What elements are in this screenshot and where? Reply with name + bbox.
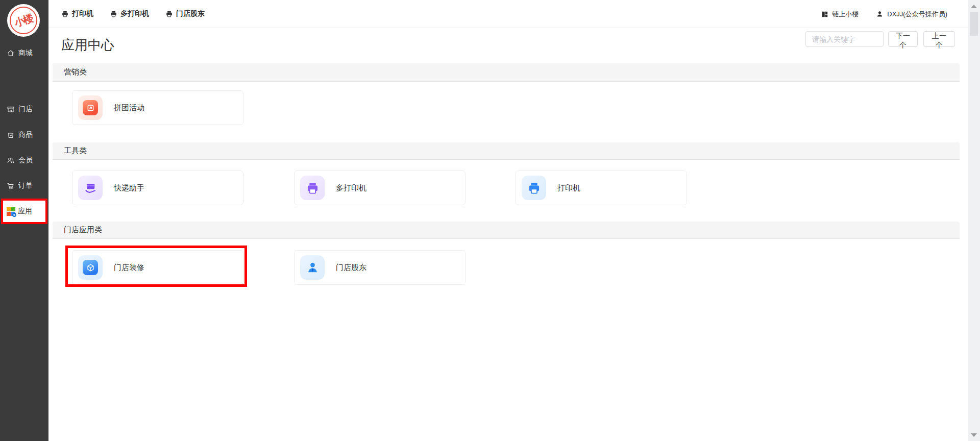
app-card-label: 打印机 — [557, 183, 580, 193]
tab-label: 门店股东 — [176, 9, 205, 18]
express-helper-icon — [78, 176, 103, 200]
workspace-label: 链上小楼 — [832, 10, 859, 19]
app-card-label: 快递助手 — [114, 183, 144, 193]
printer-app-icon — [522, 176, 546, 200]
sidebar-item-label: 订单 — [18, 181, 33, 190]
app-card-label: 拼团活动 — [114, 103, 144, 113]
sidebar-item-goods[interactable]: 商品 — [7, 130, 33, 139]
keyword-search-input[interactable] — [805, 31, 884, 47]
members-icon — [7, 156, 15, 164]
scroll-up-arrow-icon[interactable] — [968, 1, 980, 11]
home-icon — [7, 49, 15, 57]
section-header-tools: 工具类 — [53, 142, 960, 160]
topbar-tabs: 打印机 多打印机 门店股东 — [48, 9, 205, 18]
brand-logo-text: 小楼 — [13, 11, 35, 30]
app-root: 小楼 商城 门店 商品 会员 订单 应用 — [0, 0, 980, 441]
multi-printer-icon — [300, 176, 325, 200]
sidebar-item-label: 商城 — [18, 48, 33, 58]
app-card-label: 多打印机 — [336, 183, 366, 193]
tab-label: 多打印机 — [120, 9, 149, 18]
section-header-marketing: 营销类 — [53, 63, 960, 82]
sidebar-item-members[interactable]: 会员 — [7, 156, 33, 165]
sidebar-item-apps[interactable]: 应用 — [1, 199, 47, 224]
app-card-groupbuy[interactable]: 拼团活动 — [72, 90, 243, 125]
sidebar-item-store[interactable]: 门店 — [7, 105, 33, 114]
user-label: DXJJ(公众号操作员) — [887, 10, 947, 19]
app-card-label: 门店股东 — [336, 263, 366, 273]
topbar: 打印机 多打印机 门店股东 链上小楼 DXJJ(公众号操作员) — [48, 0, 968, 28]
tab-printer[interactable]: 打印机 — [61, 9, 93, 18]
sidebar-item-label: 应用 — [18, 207, 32, 216]
app-card-store-shareholder[interactable]: 门店股东 — [294, 250, 465, 285]
section-title: 工具类 — [64, 146, 87, 156]
scrollbar[interactable] — [968, 0, 980, 441]
section-title: 门店应用类 — [64, 225, 102, 235]
apps-grid-icon — [7, 207, 15, 216]
app-card-printer[interactable]: 打印机 — [516, 170, 687, 205]
groupbuy-icon — [78, 95, 103, 120]
section-title: 营销类 — [64, 67, 87, 77]
app-card-label: 门店装修 — [114, 263, 144, 273]
user-icon — [876, 10, 884, 18]
sidebar-item-label: 商品 — [18, 130, 33, 139]
sidebar-item-orders[interactable]: 订单 — [7, 181, 33, 190]
printer-icon — [165, 10, 173, 18]
sidebar-item-label: 门店 — [18, 105, 33, 114]
workspace-switcher[interactable]: 链上小楼 — [821, 10, 859, 19]
cart-icon — [7, 182, 15, 190]
printer-icon — [61, 10, 69, 18]
store-decoration-icon — [78, 255, 103, 280]
tab-multi-printer[interactable]: 多打印机 — [110, 9, 149, 18]
printer-icon — [110, 10, 117, 18]
brand-logo: 小楼 — [7, 4, 40, 37]
page-title: 应用中心 — [61, 36, 114, 54]
next-button[interactable]: 下一个 — [888, 31, 918, 47]
prev-button[interactable]: 上一个 — [923, 31, 955, 47]
storefront-icon — [7, 105, 15, 113]
sidebar-item-label: 会员 — [18, 156, 33, 165]
dashboard-grid-icon — [821, 11, 828, 18]
topbar-right: 链上小楼 DXJJ(公众号操作员) — [821, 0, 947, 28]
app-card-store-decoration[interactable]: 门店装修 — [72, 250, 243, 285]
app-card-multi-printer[interactable]: 多打印机 — [294, 170, 465, 205]
tab-label: 打印机 — [72, 9, 93, 18]
store-shareholder-icon — [300, 255, 325, 280]
app-card-express-helper[interactable]: 快递助手 — [72, 170, 243, 205]
shopping-bag-icon — [7, 131, 15, 139]
section-header-store-apps: 门店应用类 — [53, 222, 960, 239]
brand-logo-ring: 小楼 — [10, 7, 37, 34]
sidebar-item-mall[interactable]: 商城 — [7, 48, 33, 58]
magnifier-icon — [12, 213, 16, 217]
tab-store-shareholder[interactable]: 门店股东 — [165, 9, 205, 18]
scrollbar-thumb[interactable] — [970, 12, 978, 36]
user-menu[interactable]: DXJJ(公众号操作员) — [876, 10, 947, 19]
scroll-down-arrow-icon[interactable] — [968, 430, 980, 440]
sidebar: 小楼 商城 门店 商品 会员 订单 应用 — [0, 0, 48, 441]
